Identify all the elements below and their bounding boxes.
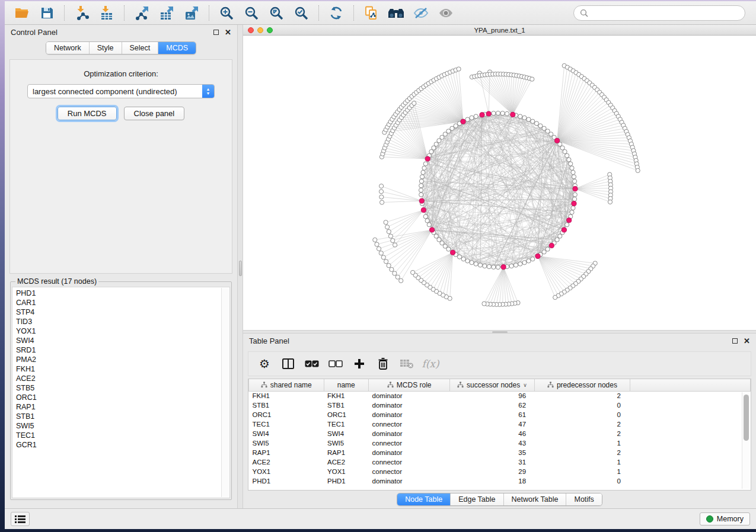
application-window: Control Panel ✕ NetworkStyleSelectMCDS O… <box>5 1 756 529</box>
table-row[interactable]: SWI5SWI5connector431 <box>249 438 751 448</box>
column-header-MCDS-role[interactable]: MCDS role <box>369 379 450 391</box>
zoom-out-icon[interactable] <box>240 4 263 23</box>
memory-button[interactable]: Memory <box>700 512 750 525</box>
search-input[interactable] <box>592 9 739 17</box>
tab-network-table[interactable]: Network Table <box>503 493 566 505</box>
import-network-icon[interactable] <box>71 4 93 23</box>
close-panel-icon[interactable]: ✕ <box>225 28 231 37</box>
column-header-shared-name[interactable]: shared name <box>249 379 324 391</box>
mcds-result-item[interactable]: RAP1 <box>16 402 229 412</box>
import-table-icon[interactable] <box>95 4 118 23</box>
tab-node-table[interactable]: Node Table <box>397 493 450 505</box>
close-panel-button[interactable]: Close panel <box>124 107 185 120</box>
run-mcds-button[interactable]: Run MCDS <box>58 107 117 120</box>
shared-column-icon <box>387 382 394 388</box>
network-window-title: YPA_prune.txt_1 <box>243 27 756 34</box>
select-all-icon[interactable] <box>303 355 321 373</box>
export-table-icon[interactable] <box>155 4 178 23</box>
close-panel-icon[interactable]: ✕ <box>744 336 750 345</box>
optimization-select[interactable]: largest connected component (undirected)… <box>27 84 215 98</box>
column-header-predecessor-nodes[interactable]: predecessor nodes <box>534 379 630 391</box>
network-window-titlebar[interactable]: YPA_prune.txt_1 <box>243 25 756 36</box>
mcds-result-item[interactable]: ORC1 <box>16 393 229 402</box>
show-all-icon[interactable] <box>435 4 457 23</box>
mcds-result-item[interactable]: PMA2 <box>16 355 229 364</box>
show-panels-button[interactable] <box>11 512 30 526</box>
mcds-result-item[interactable]: FKH1 <box>16 364 229 374</box>
refresh-icon[interactable] <box>325 4 347 23</box>
tab-mcds[interactable]: MCDS <box>158 42 196 54</box>
optimization-value: largest connected component (undirected) <box>28 87 202 96</box>
table-row[interactable]: TEC1TEC1connector472 <box>249 419 751 429</box>
control-panel: Control Panel ✕ NetworkStyleSelectMCDS O… <box>5 25 237 508</box>
mcds-result-item[interactable]: SWI4 <box>16 336 229 345</box>
float-panel-icon[interactable] <box>732 338 738 344</box>
mcds-result-item[interactable]: PHD1 <box>16 289 229 298</box>
table-row[interactable]: PHD1PHD1dominator180 <box>249 476 751 486</box>
table-row[interactable]: ACE2ACE2connector311 <box>249 457 751 467</box>
horizontal-splitter[interactable] <box>243 330 756 334</box>
delete-icon[interactable] <box>374 355 392 373</box>
mcds-result-item[interactable]: SWI5 <box>16 421 229 431</box>
search-field[interactable] <box>573 5 745 21</box>
mcds-result-item[interactable]: ACE2 <box>16 374 229 383</box>
export-image-icon[interactable] <box>180 4 203 23</box>
vertical-splitter[interactable] <box>237 25 243 508</box>
mcds-result-item[interactable]: CAR1 <box>16 298 229 307</box>
open-folder-icon[interactable] <box>11 4 33 23</box>
add-icon[interactable] <box>350 355 368 373</box>
mcds-result-list[interactable]: PHD1CAR1STP4TID3YOX1SWI4SRD1PMA2FKH1ACE2… <box>12 287 230 498</box>
mcds-result-item[interactable]: STP4 <box>16 307 229 317</box>
mcds-result-item[interactable]: GCR1 <box>16 440 229 450</box>
gear-icon[interactable]: ⚙ <box>256 355 273 373</box>
float-panel-icon[interactable] <box>213 30 219 35</box>
tab-edge-table[interactable]: Edge Table <box>450 493 503 505</box>
splitter-grip[interactable] <box>239 261 242 276</box>
table-row[interactable]: ORC1ORC1dominator610 <box>249 410 751 419</box>
mcds-list-scrollbar[interactable] <box>221 288 229 497</box>
first-neighbors-icon[interactable] <box>385 4 407 23</box>
table-scrollbar[interactable] <box>742 392 749 489</box>
mcds-result-item[interactable]: TEC1 <box>16 431 229 440</box>
table-panel: Table Panel ✕ ⚙ <box>243 334 756 508</box>
copy-style-icon[interactable] <box>360 4 382 23</box>
control-panel-title: Control Panel <box>11 28 58 37</box>
table-tabs: Node TableEdge TableNetwork TableMotifs <box>397 493 602 506</box>
toolbar-separator <box>353 5 354 21</box>
control-panel-tabs: NetworkStyleSelectMCDS <box>46 41 196 55</box>
column-header-successor-nodes[interactable]: successor nodes∨ <box>450 379 534 391</box>
zoom-fit-icon[interactable] <box>265 4 288 23</box>
deselect-all-icon[interactable] <box>327 355 344 373</box>
export-network-icon[interactable] <box>130 4 153 23</box>
zoom-in-icon[interactable] <box>215 4 238 23</box>
mcds-result-item[interactable]: STB1 <box>16 412 229 421</box>
tab-select[interactable]: Select <box>122 42 158 54</box>
mcds-result-item[interactable]: TID3 <box>16 317 229 326</box>
table-row[interactable]: STB1STB1dominator620 <box>249 400 751 410</box>
shared-column-icon <box>547 382 554 388</box>
status-bar: Memory <box>5 508 756 529</box>
table-row[interactable]: SWI4SWI4dominator462 <box>249 429 751 438</box>
mcds-result-item[interactable]: STB5 <box>16 383 229 393</box>
node-table[interactable]: shared namenameMCDS rolesuccessor nodes∨… <box>248 379 751 491</box>
main-toolbar <box>5 1 756 25</box>
column-header-name[interactable]: name <box>324 379 369 391</box>
tab-motifs[interactable]: Motifs <box>566 493 601 505</box>
save-icon[interactable] <box>36 4 58 23</box>
mcds-result-item[interactable]: YOX1 <box>16 326 229 336</box>
network-canvas[interactable] <box>243 36 756 330</box>
toolbar-separator <box>318 5 319 21</box>
table-row[interactable]: YOX1YOX1connector291 <box>249 467 751 476</box>
shared-column-icon <box>457 382 464 388</box>
zoom-selected-icon[interactable] <box>290 4 312 23</box>
scrollbar-thumb[interactable] <box>744 395 749 441</box>
hide-selected-icon[interactable] <box>410 4 432 23</box>
mcds-result-item[interactable]: SRD1 <box>16 345 229 355</box>
columns-icon[interactable] <box>279 355 297 373</box>
table-row[interactable]: RAP1RAP1dominator352 <box>249 448 751 457</box>
tab-style[interactable]: Style <box>89 42 122 54</box>
splitter-grip[interactable] <box>492 331 508 333</box>
tab-network[interactable]: Network <box>46 42 89 54</box>
table-row[interactable]: FKH1FKH1dominator962 <box>249 391 751 400</box>
table-toolbar: ⚙ <box>248 351 751 376</box>
